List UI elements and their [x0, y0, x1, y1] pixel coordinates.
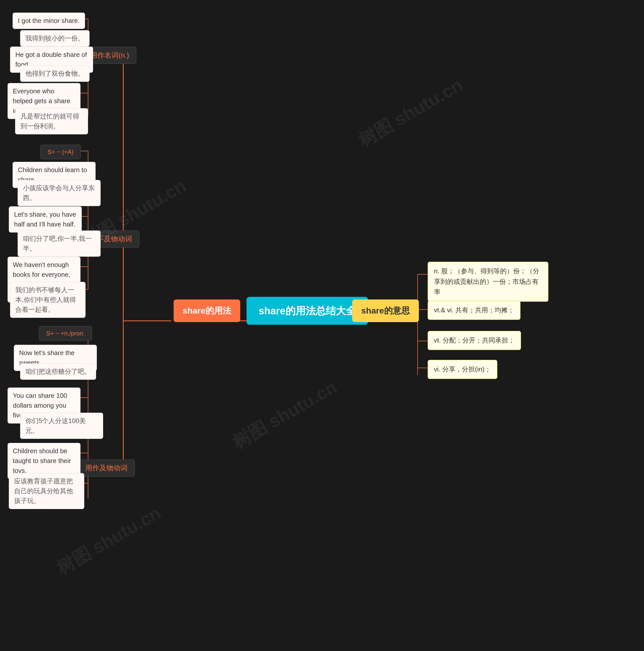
category-transitive: 用作及物动词: [78, 460, 135, 476]
mind-map: 树图 shutu.cn 树图 shutu.cn 树图 shutu.cn 树图 s…: [0, 0, 644, 651]
noun-example-1-zh: 我得到较小的一份。: [20, 30, 90, 46]
meaning-4: vi. 分享，分担(in)；: [428, 360, 497, 379]
trans-example-2-zh: 你们5个人分这100美元。: [20, 413, 103, 439]
intrans-example-2-en: Let's share, you have half and I'll have…: [9, 206, 82, 232]
trans-example-3-zh: 应该教育孩子愿意把自己的玩具分给其他孩子玩。: [9, 473, 84, 509]
right-connector-node: share的意思: [352, 300, 419, 322]
intrans-example-3-zh: 我们的书不够每人一本,你们中有些人就得合着一起看。: [10, 282, 86, 318]
trans-example-1-zh: 咱们把这些糖分了吧。: [20, 363, 96, 380]
central-node: share的用法总结大全: [247, 297, 368, 325]
noun-example-2-zh: 他得到了双份食物。: [20, 65, 90, 82]
meaning-3: vt. 分配；分开；共同承担；: [428, 331, 521, 350]
intrans-example-1-zh: 小孩应该学会与人分享东西。: [18, 180, 101, 206]
noun-example-3-zh: 凡是帮过忙的就可得到一份利润。: [15, 108, 88, 134]
left-connector-node: share的用法: [173, 300, 240, 322]
trans-pattern: S+ ~ +n./pron.: [39, 326, 92, 341]
connection-lines: [0, 0, 644, 651]
intrans-example-2-zh: 咱们分了吧,你一半,我一半。: [18, 230, 101, 257]
meaning-2: vt.& vi. 共有；共用；均摊；: [428, 301, 520, 320]
intrans-pattern: S+ ~ (+A): [40, 145, 81, 159]
noun-example-1-en: I got the minor share.: [12, 12, 85, 29]
meaning-1: n. 股；（参与、得到等的）份；（分享到的或贡献出的）一份；市场占有率: [428, 262, 548, 302]
